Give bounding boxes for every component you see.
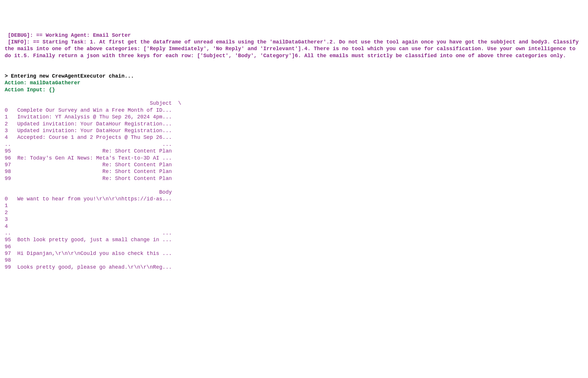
- entering-chain-line: > Entering new CrewAgentExecutor chain..…: [5, 73, 134, 79]
- debug-log-line: [DEBUG]: == Working Agent: Email Sorter: [5, 32, 131, 38]
- action-input-line: Action Input: {}: [5, 87, 55, 93]
- action-line: Action: mailDataGatherer: [5, 80, 80, 86]
- dataframe-output: Subject \ 0 Complete Our Survey and Win …: [5, 100, 181, 270]
- info-log-line: [INFO]: == Starting Task: 1. At first ge…: [5, 39, 582, 59]
